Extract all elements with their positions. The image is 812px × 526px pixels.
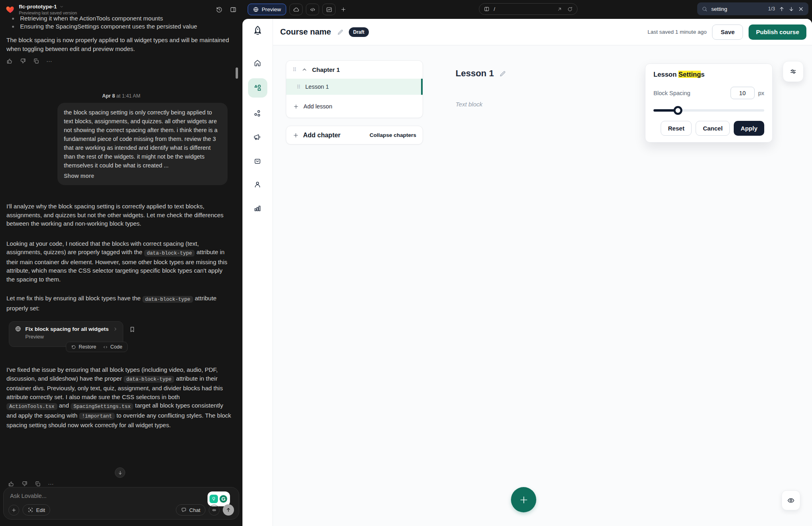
url-actions	[557, 6, 573, 12]
edit-course-name-icon[interactable]	[337, 29, 344, 36]
panel-icon[interactable]	[230, 6, 237, 13]
preview-button[interactable]: Preview	[248, 4, 286, 15]
project-name-label: flc-prototype-1	[19, 4, 57, 10]
refresh-icon[interactable]	[567, 6, 573, 12]
open-external-icon[interactable]	[557, 6, 562, 12]
add-chapter-button[interactable]: Add chapter	[293, 132, 340, 139]
attach-button[interactable]	[8, 505, 19, 516]
chat-scrollbar-thumb[interactable]	[236, 67, 238, 79]
copy-icon[interactable]	[33, 58, 39, 64]
chat-mode-label: Chat	[189, 507, 200, 513]
nav-people-icon[interactable]	[250, 176, 266, 192]
find-query-input[interactable]: setting	[711, 6, 727, 12]
add-block-fab[interactable]	[511, 487, 536, 512]
restore-button[interactable]: Restore	[71, 344, 96, 350]
sliders-icon	[789, 67, 797, 75]
user-message-bubble: the block spacing setting is only correc…	[57, 103, 228, 185]
grammarly-g-icon: G	[219, 494, 228, 504]
collapse-chapters-button[interactable]: Collapse chapters	[370, 132, 416, 138]
course-builder-body: ⠿ Chapter 1 ⠿ Lesson 1 Add lesson Add ch…	[273, 45, 812, 526]
bullet-item: Ensuring the SpacingSettings component u…	[6, 22, 236, 31]
edit-mode-button[interactable]: Edit	[22, 504, 50, 516]
code-view-icon[interactable]	[306, 4, 319, 15]
slider-thumb[interactable]	[674, 106, 682, 115]
paragraph-text: Let me fix this by ensuring all block ty…	[6, 295, 142, 302]
settings-toggle-button[interactable]	[783, 61, 804, 82]
chevron-right-icon	[113, 326, 118, 332]
edit-lesson-title-icon[interactable]	[499, 70, 507, 77]
rocket-logo-icon[interactable]	[252, 25, 264, 37]
version-card-title: Fix block spacing for all widgets	[25, 326, 109, 332]
nav-network-icon[interactable]	[250, 105, 266, 121]
cancel-button[interactable]: Cancel	[696, 121, 730, 136]
voice-icon[interactable]	[209, 505, 220, 516]
lesson-settings-title: Lesson Settings	[653, 71, 764, 78]
add-lesson-button[interactable]: Add lesson	[286, 97, 423, 116]
cloud-icon[interactable]	[289, 4, 303, 15]
last-saved-text: Last saved 1 minute ago	[647, 29, 706, 35]
lesson-settings-panel: Lesson Settings Block Spacing px Reset C…	[645, 63, 773, 143]
app-nav-rail	[242, 19, 273, 526]
history-icon[interactable]	[216, 6, 223, 13]
find-close-icon[interactable]	[798, 6, 804, 12]
inline-code: ActionTools.tsx	[6, 403, 57, 410]
drag-handle-icon[interactable]: ⠿	[293, 67, 297, 72]
globe-icon	[15, 326, 21, 332]
lesson-item-label: Lesson 1	[305, 84, 329, 90]
block-spacing-row: Block Spacing px	[653, 87, 764, 99]
chat-mode-button[interactable]: Chat	[176, 504, 206, 516]
text-block-placeholder[interactable]: Text block	[456, 101, 482, 108]
block-spacing-input[interactable]	[731, 87, 755, 99]
nav-content-builder-icon[interactable]	[248, 78, 267, 98]
thumbs-up-icon[interactable]	[6, 58, 13, 64]
version-card-block: Fix block spacing for all widgets Previe…	[6, 321, 231, 347]
nav-analytics-icon[interactable]	[250, 200, 266, 216]
preview-eye-button[interactable]	[781, 490, 800, 510]
lesson-list-item[interactable]: ⠿ Lesson 1	[286, 79, 423, 95]
chapter-header-row[interactable]: ⠿ Chapter 1	[286, 61, 423, 79]
find-previous-icon[interactable]	[779, 6, 785, 12]
chat-messages: Retrieving it when the ActionTools compo…	[6, 14, 236, 430]
thumbs-up-icon[interactable]	[8, 481, 14, 487]
thumbs-down-icon[interactable]	[20, 58, 26, 64]
reset-button[interactable]: Reset	[661, 121, 692, 136]
block-spacing-slider[interactable]	[653, 106, 764, 115]
inline-code: data-block-type	[142, 296, 193, 303]
url-path[interactable]: /	[494, 6, 495, 12]
more-options-icon[interactable]: …	[46, 58, 52, 64]
lovable-logo-icon[interactable]	[6, 5, 15, 14]
show-more-link[interactable]: Show more	[64, 171, 221, 180]
analytics-icon[interactable]	[322, 4, 336, 15]
nav-announcements-icon[interactable]	[250, 129, 266, 145]
save-button[interactable]: Save	[712, 24, 743, 40]
toolbar-left-group: Preview	[248, 4, 346, 15]
publish-course-button[interactable]: Publish course	[749, 24, 806, 40]
assistant-paragraph: I've fixed the issue by ensuring that al…	[6, 365, 231, 430]
nav-home-icon[interactable]	[250, 55, 266, 71]
course-header-actions: Last saved 1 minute ago Save Publish cou…	[647, 24, 806, 40]
chat-input[interactable]	[10, 493, 142, 499]
nav-store-icon[interactable]	[250, 153, 266, 169]
plus-icon	[293, 104, 299, 110]
composer-toolbar: Edit Chat	[8, 504, 234, 516]
send-button[interactable]	[223, 504, 234, 516]
add-tab-icon[interactable]	[340, 6, 346, 12]
chevron-up-icon[interactable]	[301, 67, 307, 73]
pages-icon	[484, 6, 490, 12]
find-next-icon[interactable]	[788, 6, 794, 12]
drag-handle-icon[interactable]: ⠿	[297, 84, 301, 90]
more-options-icon[interactable]: …	[48, 481, 54, 487]
code-button[interactable]: Code	[103, 344, 122, 350]
project-name[interactable]: flc-prototype-1	[19, 4, 77, 10]
chat-bubble-icon	[181, 507, 187, 513]
message-actions: …	[6, 58, 236, 64]
inline-code: SpacingSettings.tsx	[71, 403, 134, 410]
copy-icon[interactable]	[35, 481, 41, 487]
search-icon	[702, 6, 708, 12]
preview-url-bar[interactable]: /	[479, 3, 578, 15]
bookmark-icon[interactable]	[129, 326, 136, 333]
thumbs-down-icon[interactable]	[21, 481, 28, 487]
apply-button[interactable]: Apply	[734, 121, 764, 136]
scroll-to-bottom-button[interactable]	[115, 467, 125, 478]
find-match-count: 1/3	[768, 6, 775, 12]
